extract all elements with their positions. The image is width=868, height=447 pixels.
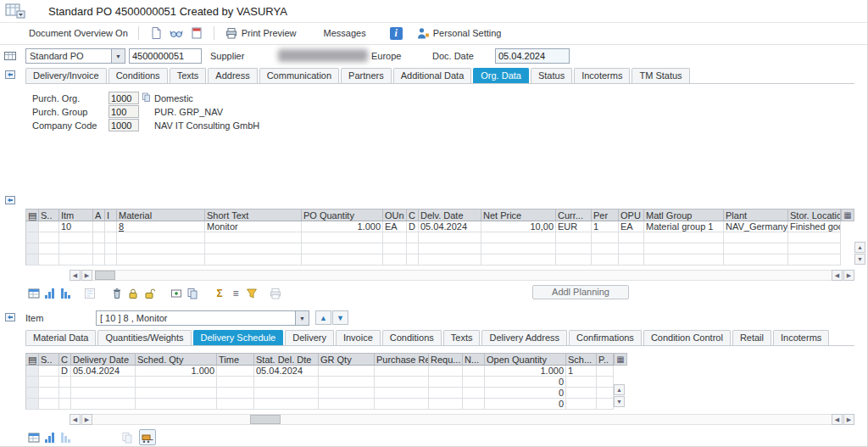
table-cell[interactable] bbox=[93, 254, 105, 265]
table-cell[interactable]: EA bbox=[383, 221, 407, 232]
table-cell[interactable] bbox=[788, 254, 841, 265]
table-cell[interactable]: 1 bbox=[592, 221, 619, 232]
table-cell[interactable] bbox=[217, 366, 254, 377]
column-header[interactable]: C bbox=[407, 209, 419, 221]
table-cell[interactable] bbox=[254, 399, 319, 410]
table-cell[interactable] bbox=[429, 366, 463, 377]
create-document-button[interactable] bbox=[146, 25, 166, 42]
table-cell[interactable] bbox=[59, 232, 93, 243]
table-cell[interactable] bbox=[597, 377, 614, 388]
lock-icon[interactable] bbox=[125, 285, 142, 301]
table-cell[interactable] bbox=[419, 254, 481, 265]
table-cell[interactable] bbox=[724, 243, 788, 254]
table-cell[interactable] bbox=[429, 388, 463, 399]
table-cell[interactable] bbox=[383, 243, 407, 254]
column-header[interactable]: OPU bbox=[619, 209, 644, 221]
table-cell[interactable] bbox=[592, 232, 619, 243]
tab-additional-data[interactable]: Additional Data bbox=[393, 68, 472, 83]
grid-settings-icon[interactable]: ▦ bbox=[841, 209, 854, 221]
table-cell[interactable] bbox=[39, 243, 59, 254]
insert-row-icon[interactable] bbox=[168, 285, 185, 301]
detail-icon[interactable] bbox=[81, 285, 98, 301]
table-cell[interactable]: 8 bbox=[117, 221, 205, 232]
select-all-icon[interactable]: ▤ bbox=[25, 353, 39, 366]
row-selector[interactable] bbox=[25, 221, 39, 232]
row-selector[interactable] bbox=[25, 366, 39, 377]
layout-icon[interactable] bbox=[25, 285, 42, 301]
tab-org-data[interactable]: Org. Data bbox=[473, 68, 529, 83]
tab-material-data[interactable]: Material Data bbox=[25, 330, 96, 345]
column-header[interactable]: PO Quantity bbox=[302, 209, 383, 221]
table-cell[interactable]: 10,00 bbox=[481, 221, 556, 232]
scroll-left-button[interactable]: ◀ bbox=[70, 270, 81, 281]
tab-delivery-invoice[interactable]: Delivery/Invoice bbox=[25, 68, 107, 83]
hscroll-track[interactable] bbox=[70, 414, 854, 425]
scroll-up-button[interactable]: ▲ bbox=[854, 242, 865, 253]
scroll-right-button[interactable]: ▶ bbox=[843, 414, 854, 425]
column-header[interactable]: Curr... bbox=[556, 209, 592, 221]
table-cell[interactable] bbox=[419, 243, 481, 254]
scroll-left-button[interactable]: ◀ bbox=[832, 414, 843, 425]
column-header[interactable]: Purchase Req. bbox=[375, 353, 429, 366]
row-selector[interactable] bbox=[25, 243, 39, 254]
subtotal-icon[interactable]: ≡ bbox=[227, 285, 244, 301]
table-cell[interactable] bbox=[93, 232, 105, 243]
table-cell[interactable] bbox=[319, 377, 375, 388]
table-cell[interactable] bbox=[429, 399, 463, 410]
table-cell[interactable] bbox=[463, 399, 485, 410]
table-cell[interactable] bbox=[117, 254, 205, 265]
table-cell[interactable]: 05.04.2024 bbox=[71, 366, 136, 377]
scroll-right-button[interactable]: ▶ bbox=[81, 414, 92, 425]
table-cell[interactable] bbox=[205, 232, 302, 243]
table-cell[interactable] bbox=[556, 232, 592, 243]
collapse-header-button[interactable] bbox=[3, 68, 17, 81]
table-cell[interactable] bbox=[724, 254, 788, 265]
table-cell[interactable]: EUR bbox=[556, 221, 592, 232]
tab-incoterms[interactable]: Incoterms bbox=[773, 330, 829, 345]
table-cell[interactable] bbox=[254, 377, 319, 388]
hold-document-button[interactable] bbox=[186, 25, 207, 42]
tab-invoice[interactable]: Invoice bbox=[336, 330, 381, 345]
table-cell[interactable] bbox=[597, 388, 614, 399]
filter-icon[interactable] bbox=[243, 285, 260, 301]
scroll-up-button[interactable]: ▲ bbox=[614, 384, 625, 395]
messages-button[interactable]: Messages bbox=[320, 26, 370, 40]
display-document-button[interactable] bbox=[166, 25, 186, 42]
row-selector[interactable] bbox=[25, 377, 39, 388]
row-selector[interactable] bbox=[25, 232, 39, 243]
table-cell[interactable]: 1.000 bbox=[485, 366, 566, 377]
table-cell[interactable] bbox=[619, 232, 644, 243]
scroll-down-button[interactable]: ▼ bbox=[854, 254, 865, 265]
table-cell[interactable] bbox=[39, 366, 59, 377]
table-cell[interactable]: EA bbox=[619, 221, 644, 232]
tab-delivery-schedule[interactable]: Delivery Schedule bbox=[193, 330, 284, 345]
table-cell[interactable] bbox=[788, 243, 841, 254]
addl-planning-button[interactable]: Addl Planning bbox=[532, 285, 629, 299]
table-cell[interactable] bbox=[117, 232, 205, 243]
table-cell[interactable] bbox=[136, 388, 217, 399]
table-cell[interactable]: 1.000 bbox=[136, 366, 217, 377]
table-cell[interactable] bbox=[724, 232, 788, 243]
scroll-down-button[interactable]: ▼ bbox=[614, 396, 625, 407]
table-cell[interactable]: 1 bbox=[566, 366, 597, 377]
unlock-icon[interactable] bbox=[141, 285, 158, 301]
table-cell[interactable]: 0 bbox=[485, 388, 566, 399]
table-cell[interactable]: Finished goods bbox=[788, 221, 841, 232]
po-number-field[interactable] bbox=[129, 48, 202, 64]
previous-item-button[interactable]: ▲ bbox=[315, 310, 331, 325]
column-header[interactable]: Time bbox=[217, 353, 254, 366]
document-overview-button[interactable]: Document Overview On bbox=[25, 26, 131, 40]
column-header[interactable]: C bbox=[59, 353, 71, 366]
table-cell[interactable] bbox=[59, 399, 71, 410]
table-cell[interactable] bbox=[319, 366, 375, 377]
table-cell[interactable] bbox=[71, 388, 136, 399]
tab-incoterms[interactable]: Incoterms bbox=[574, 68, 630, 83]
table-cell[interactable] bbox=[407, 254, 419, 265]
tab-texts[interactable]: Texts bbox=[170, 68, 207, 83]
table-cell[interactable] bbox=[302, 232, 383, 243]
table-cell[interactable] bbox=[217, 377, 254, 388]
table-cell[interactable] bbox=[375, 366, 429, 377]
table-cell[interactable] bbox=[375, 399, 429, 410]
purch-org-field[interactable] bbox=[108, 92, 139, 104]
table-cell[interactable] bbox=[39, 254, 59, 265]
